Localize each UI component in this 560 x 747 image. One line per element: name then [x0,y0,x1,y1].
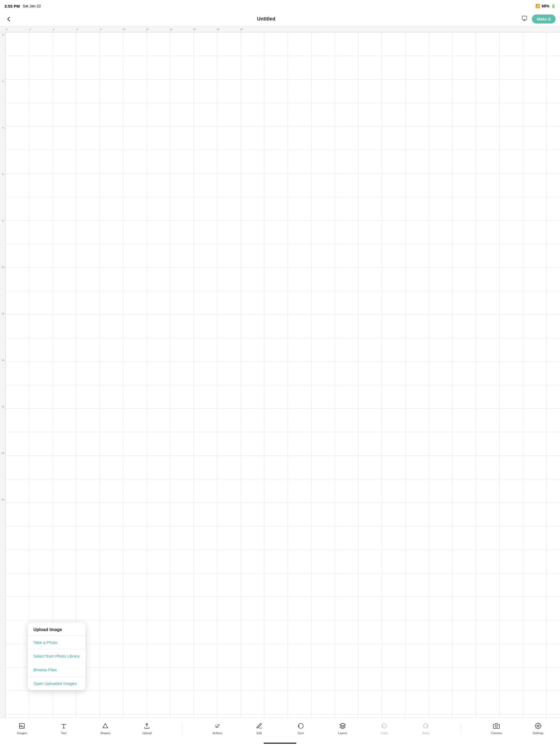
back-button[interactable] [4,15,13,24]
status-bar: 3:55 PM Sat Jan 22 📶 68% 🔋 [0,0,560,12]
battery-icon: 🔋 [551,4,556,8]
svg-text:8: 8 [2,219,3,222]
toolbar-sync-button[interactable]: Sync [294,721,308,736]
status-date: Sat Jan 22 [23,4,41,8]
upload-label: Upload [142,731,152,735]
upload-icon [144,723,150,730]
svg-text:18: 18 [217,28,219,31]
redo-label: Redo [422,731,429,735]
toolbar-divider [182,723,182,734]
toolbar-upload-button[interactable]: Upload [140,721,154,736]
svg-rect-0 [522,16,527,20]
svg-text:8: 8 [100,28,101,31]
toolbar-actions-button[interactable]: Actions [210,721,225,736]
svg-text:2: 2 [2,80,3,83]
svg-text:14: 14 [1,359,4,361]
popup-title: Upload Image [28,623,85,636]
settings-label: Settings [533,731,543,735]
canvas-area[interactable]: 0 2 4 6 8 10 12 14 16 18 20 [0,32,560,718]
svg-text:20: 20 [240,28,243,31]
wifi-icon: 📶 [535,4,540,8]
top-nav-right: Make It [519,14,556,24]
camera-label: Camera [491,731,502,735]
open-uploaded-images-item[interactable]: Open Uploaded Images [28,677,85,690]
toolbar-redo-button[interactable]: Redo [418,721,433,736]
svg-point-48 [537,725,539,727]
svg-point-46 [21,725,21,725]
take-photo-item[interactable]: Take a Photo [28,636,85,649]
ruler-svg: 0 2 4 6 8 10 12 14 16 18 20 [5,26,560,32]
layers-icon [339,723,346,730]
toolbar-images-button[interactable]: Images [15,721,29,736]
toolbar-edit-button[interactable]: Edit [252,721,266,736]
vertical-ruler: 0 2 4 6 8 10 12 14 16 18 20 [0,32,5,718]
text-icon [60,723,67,730]
toolbar-undo-button[interactable]: Undo [377,721,391,736]
toolbar-layers-button[interactable]: Layers [335,721,350,736]
svg-text:16: 16 [1,405,4,408]
home-indicator [0,739,560,747]
svg-text:6: 6 [77,28,78,31]
shapes-icon [102,723,108,730]
svg-text:6: 6 [2,173,3,176]
redo-icon [423,723,429,730]
make-it-button[interactable]: Make It [532,15,556,24]
svg-text:4: 4 [2,126,3,129]
browse-files-item[interactable]: Browse Files [28,663,85,677]
status-icons: 📶 68% 🔋 [535,4,556,8]
undo-label: Undo [381,731,388,735]
share-icon [521,15,528,21]
images-icon [19,723,25,730]
svg-text:12: 12 [146,28,149,31]
document-title: Untitled [257,16,275,22]
svg-text:4: 4 [53,28,54,31]
toolbar-settings-button[interactable]: Settings [531,721,545,736]
bottom-toolbar: Images Text Shapes Upload [0,718,560,739]
actions-label: Actions [212,731,222,735]
back-icon [5,16,12,22]
images-label: Images [17,731,27,735]
svg-text:10: 10 [1,266,4,268]
undo-icon [381,723,387,730]
home-bar [263,743,297,744]
toolbar-camera-button[interactable]: Camera [489,721,503,736]
svg-text:0: 0 [2,33,3,36]
actions-icon [214,723,221,730]
svg-text:16: 16 [193,28,196,31]
select-photo-library-item[interactable]: Select from Photo Library [28,649,85,663]
design-canvas[interactable]: Upload Image Take a Photo Select from Ph… [5,32,560,718]
svg-text:10: 10 [123,28,125,31]
svg-text:0: 0 [6,28,7,31]
svg-text:12: 12 [1,312,4,315]
battery-percentage: 68% [542,4,549,8]
grid-lines [5,32,560,718]
toolbar-divider-2 [461,723,461,734]
settings-icon [535,723,541,730]
text-label: Text [61,731,67,735]
svg-point-47 [495,725,498,727]
status-time: 3:55 PM [4,4,20,8]
edit-label: Edit [256,731,262,735]
svg-text:20: 20 [1,498,4,501]
toolbar-text-button[interactable]: Text [57,721,71,736]
v-ruler-svg: 0 2 4 6 8 10 12 14 16 18 20 [0,32,5,718]
top-nav: Untitled Make It [0,12,560,26]
horizontal-ruler: 0 2 4 6 8 10 12 14 16 18 20 [0,26,560,32]
sync-label: Sync [298,731,304,735]
svg-text:2: 2 [29,28,31,31]
svg-text:14: 14 [170,28,172,31]
sync-icon [298,723,304,730]
camera-icon [493,723,500,730]
svg-text:18: 18 [1,452,4,455]
edit-icon [256,723,262,730]
share-button[interactable] [519,14,530,24]
layers-label: Layers [338,731,347,735]
upload-image-popup: Upload Image Take a Photo Select from Ph… [28,623,85,690]
shapes-label: Shapes [100,731,110,735]
toolbar-shapes-button[interactable]: Shapes [98,721,112,736]
